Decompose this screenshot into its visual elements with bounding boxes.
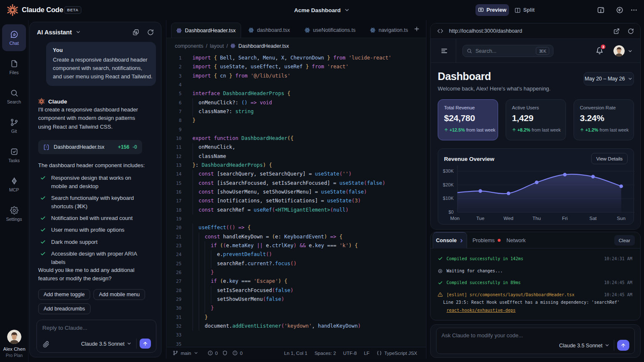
divider — [136, 339, 137, 349]
line-number: 18 — [166, 206, 182, 215]
ai-assistant-panel: AI Assistant You Create a responsive das… — [29, 22, 161, 357]
problems-dot — [498, 239, 501, 242]
console-clear-button[interactable]: Clear — [614, 235, 635, 246]
git-branch-indicator[interactable]: main — [173, 350, 198, 356]
preview-user-avatar[interactable] — [613, 45, 625, 57]
line-number: 28 — [166, 286, 182, 295]
panel-layout-icon[interactable] — [597, 6, 605, 14]
code-text: if (e.key === 'Escape') { — [192, 277, 287, 286]
code-text: } — [192, 313, 208, 322]
shield-icon — [222, 350, 228, 356]
console-tab-problems[interactable]: Problems — [473, 232, 501, 248]
editor-tab-dashboard.tsx[interactable]: dashboard.tsx — [241, 23, 297, 38]
sidebar-item-git[interactable]: Git — [2, 112, 26, 139]
sidebar-item-tasks[interactable]: Tasks — [2, 142, 26, 168]
new-tab-icon[interactable] — [413, 26, 420, 32]
warning-icon — [438, 292, 443, 297]
file-type-icon — [304, 27, 310, 33]
chat-title: AI Assistant — [37, 29, 72, 36]
breadcrumb-part[interactable]: components — [175, 43, 203, 49]
model-selector-label[interactable]: Claude 3.5 Sonnet — [559, 343, 602, 349]
refresh-icon[interactable] — [628, 28, 634, 34]
hamburger-menu-icon[interactable] — [441, 47, 448, 54]
suggestion-chip[interactable]: Add mobile menu — [93, 289, 145, 300]
breadcrumb-file: DashboardHeader.tsx — [238, 43, 289, 49]
sidebar-item-files[interactable]: Files — [2, 54, 26, 80]
code-text: export function DashboardHeader({ — [192, 134, 293, 143]
console-tab-network[interactable]: Network — [506, 232, 526, 248]
stat-delta: +1.2% from last week — [580, 127, 628, 132]
eol[interactable]: LF — [364, 351, 369, 356]
model-selector-label[interactable]: Claude 3.5 Sonnet — [81, 341, 125, 347]
ask-input[interactable]: Ask Claude to modify your code... Claude… — [436, 328, 635, 354]
feedback-icon[interactable] — [616, 6, 623, 14]
assistant-question: Would you like me to add any additional … — [38, 266, 148, 283]
suggestion-chip[interactable]: Add breadcrumbs — [38, 303, 91, 314]
sidebar-item-mcp[interactable]: MCP — [2, 171, 26, 198]
preview-mode-button[interactable]: Preview — [475, 4, 509, 16]
chevron-down-icon[interactable] — [75, 29, 81, 35]
file-diff-card[interactable]: DashboardHeader.tsx +156 -0 — [38, 140, 142, 154]
console-log-success: Compiled successfully in 142ms10:24:31 A… — [431, 255, 640, 262]
open-external-icon[interactable] — [613, 28, 620, 34]
assistant-name: Claude — [48, 98, 67, 105]
editor-tab-DashboardHeader.tsx[interactable]: DashboardHeader.tsx — [171, 23, 241, 38]
project-name: Acme Dashboard — [294, 7, 340, 13]
line-number: 6 — [166, 98, 182, 107]
editor-tab-navigation.ts[interactable]: navigation.ts — [363, 23, 415, 38]
code-line: 25 searchRef.current?.focus() — [166, 259, 426, 268]
editor-tab-useNotifications.ts[interactable]: useNotifications.ts — [297, 23, 363, 38]
date-range-label: May 20 – May 26 — [585, 76, 625, 82]
sidebar-item-settings[interactable]: Settings — [2, 200, 26, 227]
sidebar-item-chat[interactable]: Chat — [2, 24, 26, 51]
language-mode[interactable]: TypeScript JSX — [377, 350, 417, 356]
more-options-icon[interactable] — [630, 6, 638, 14]
line-number: 20 — [166, 223, 182, 232]
indentation[interactable]: Spaces: 2 — [314, 351, 336, 356]
warnings-icon — [232, 350, 238, 356]
sidebar-item-label: Files — [9, 70, 18, 75]
chevron-down-icon[interactable] — [628, 49, 633, 54]
diagnostics[interactable]: 0 0 — [208, 350, 243, 356]
code-line: 19 — [166, 215, 426, 223]
send-button[interactable] — [617, 340, 629, 351]
sidebar-item-search[interactable]: Search — [2, 83, 26, 110]
reply-input[interactable]: Reply to Claude... Claude 3.5 Sonnet — [36, 320, 156, 353]
split-mode-button[interactable]: Split — [514, 4, 535, 16]
code-text: const [isSearchFocused, setIsSearchFocus… — [192, 179, 385, 188]
preview-search-input[interactable]: Search... ⌘K — [462, 45, 553, 57]
line-number: 21 — [166, 233, 182, 241]
encoding[interactable]: UTF-8 — [343, 351, 357, 356]
attachment-icon[interactable] — [43, 341, 49, 348]
log-timestamp: 10:24:31 AM — [604, 256, 632, 261]
cursor-position[interactable]: Ln 1, Col 1 — [284, 351, 308, 356]
breadcrumb: components/layout/DashboardHeader.tsx — [166, 38, 426, 54]
svg-text:Mon: Mon — [450, 216, 460, 221]
check-icon — [40, 215, 46, 221]
rail-user[interactable]: Alex Chen Pro Plan — [0, 330, 29, 358]
code-line: 8} — [166, 116, 426, 125]
eslint-rule-link[interactable]: react-hooks/exhaustive-deps — [447, 308, 516, 313]
breadcrumb-part[interactable]: layout — [210, 43, 224, 49]
code-line: 11 onMenuClick, — [166, 143, 426, 152]
mcp-icon — [10, 177, 18, 185]
checklist-item: Search functionality with keyboard short… — [38, 194, 151, 211]
chevron-down-icon — [605, 343, 610, 348]
project-selector[interactable]: Acme Dashboard — [294, 0, 350, 20]
sidebar-item-label: Chat — [9, 41, 18, 46]
check-icon — [40, 239, 46, 245]
line-number: 4 — [166, 80, 182, 89]
new-chat-icon[interactable] — [132, 29, 139, 36]
send-button[interactable] — [140, 339, 151, 349]
date-range-selector[interactable]: May 20 – May 26 — [584, 72, 634, 85]
refresh-icon[interactable] — [147, 29, 154, 36]
url-input[interactable]: http://localhost:3000/dashboard — [449, 28, 522, 34]
suggestion-chip[interactable]: Add theme toggle — [38, 289, 90, 300]
errors-icon — [208, 350, 213, 356]
console-tab-console[interactable]: Console — [433, 232, 467, 248]
code-line: 14 const [searchQuery, setSearchQuery] =… — [166, 170, 426, 178]
checklist-item: Dark mode support — [38, 238, 151, 246]
code-text: const [showUserMenu, setShowUserMenu] = … — [192, 188, 367, 197]
success-icon — [438, 280, 443, 285]
code-area[interactable]: 1import { Bell, Search, Menu, X, Chevron… — [166, 54, 426, 347]
